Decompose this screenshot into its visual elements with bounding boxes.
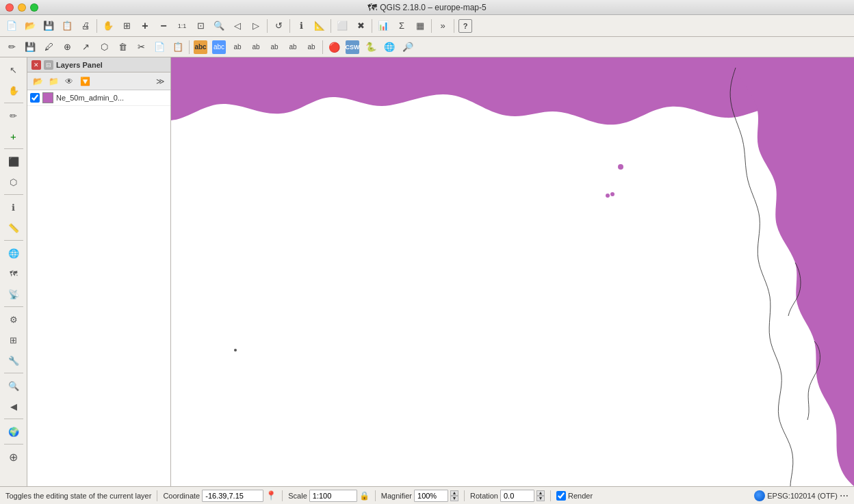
new-icon: 📄: [5, 19, 18, 33]
magnifier-spinner[interactable]: ▲ ▼: [450, 490, 458, 501]
add-ring-button[interactable]: ⊕: [58, 38, 76, 56]
add-feat-button[interactable]: +: [3, 127, 24, 146]
python-button[interactable]: 🐍: [362, 38, 380, 56]
add-group-tool[interactable]: 📁: [46, 74, 61, 89]
label-tool-2[interactable]: ab: [247, 38, 265, 56]
csw-button[interactable]: CSW: [344, 38, 361, 56]
paste-feature-button[interactable]: 📋: [169, 38, 187, 56]
zoom-prev-button[interactable]: ◁: [229, 17, 246, 35]
deselect-button[interactable]: ✖: [352, 17, 370, 35]
field-calc-button[interactable]: ▦: [411, 17, 429, 35]
select-lasso-button[interactable]: ⬡: [3, 172, 24, 191]
more-tools-button[interactable]: »: [434, 17, 452, 35]
label-abc-button[interactable]: abc: [192, 38, 209, 56]
rotation-input[interactable]: [500, 490, 534, 502]
rotation-up[interactable]: ▲: [536, 490, 545, 496]
refresh-button[interactable]: ↺: [270, 17, 287, 35]
crosshair-button[interactable]: ⊕: [3, 447, 24, 466]
rotation-spinner[interactable]: ▲ ▼: [536, 490, 545, 501]
rotation-down[interactable]: ▼: [536, 496, 545, 501]
identify-button[interactable]: ℹ: [292, 17, 310, 35]
cut-feature-button[interactable]: ✂: [132, 38, 150, 56]
nav-back-button[interactable]: ◀: [3, 397, 24, 416]
digitize-button[interactable]: 🖊: [40, 38, 57, 56]
minimize-button[interactable]: [18, 3, 26, 12]
magnifier-down[interactable]: ▼: [450, 496, 458, 501]
print-button[interactable]: 🖨: [77, 17, 94, 35]
pan-button[interactable]: ✋: [99, 17, 117, 35]
select-box-button[interactable]: ⬛: [3, 152, 24, 171]
layers-list: Ne_50m_admin_0...: [27, 90, 170, 486]
open-layer-tool[interactable]: 📂: [30, 74, 45, 89]
maximize-button[interactable]: [30, 3, 38, 12]
measure-button[interactable]: 📐: [311, 17, 328, 35]
add-wfs-button[interactable]: 📡: [3, 284, 24, 304]
add-wms-button[interactable]: 🗺: [3, 264, 24, 283]
zoom-selection-button[interactable]: 🔍: [210, 17, 228, 35]
coordinate-input[interactable]: [202, 490, 263, 502]
globe-left-button[interactable]: 🌍: [3, 422, 24, 441]
zoom-layer-button[interactable]: ⊡: [192, 17, 209, 35]
plugin-tool-1[interactable]: ⚙: [3, 310, 24, 329]
save-as-button[interactable]: 📋: [58, 17, 76, 35]
style-manager-button[interactable]: 🔴: [325, 38, 343, 56]
status-text: Toggles the editing state of the current…: [5, 492, 151, 500]
label-t1-icon: ab: [231, 40, 244, 54]
render-checkbox[interactable]: [556, 491, 566, 501]
metasearch-button[interactable]: 🔎: [399, 38, 417, 56]
label-tool-1[interactable]: ab: [229, 38, 246, 56]
layer-visibility-checkbox[interactable]: [30, 93, 40, 103]
zoom-in-button[interactable]: +: [136, 17, 154, 35]
move-feature-button[interactable]: ↗: [77, 38, 94, 56]
select-rect-icon: ⬜: [335, 19, 349, 33]
label-tool-3[interactable]: ab: [266, 38, 283, 56]
add-layer-button[interactable]: 🌐: [3, 243, 24, 263]
plugin-tool-2[interactable]: ⊞: [3, 330, 24, 349]
crosshair-icon: ⊕: [9, 451, 18, 464]
qgis-logo-icon: 🗺: [367, 2, 377, 13]
magnifier-up[interactable]: ▲: [450, 490, 458, 496]
attr-table-button[interactable]: 📊: [374, 17, 392, 35]
close-button[interactable]: [5, 3, 14, 12]
window-buttons: [5, 3, 38, 12]
pencil-left-button[interactable]: ✏: [3, 106, 24, 125]
save-project-button[interactable]: 💾: [40, 17, 57, 35]
toggle-editing-button[interactable]: ✏: [3, 38, 21, 56]
layers-expand-tool[interactable]: ≫: [153, 74, 168, 89]
copy-feature-button[interactable]: 📄: [151, 38, 168, 56]
more-options-icon[interactable]: ⋯: [840, 490, 849, 501]
zoom-in-left-button[interactable]: 🔍: [3, 376, 24, 395]
map-canvas[interactable]: [171, 57, 854, 486]
layers-float-button[interactable]: ⊟: [44, 60, 53, 70]
select-rect-button[interactable]: ⬜: [333, 17, 351, 35]
plugin-tool-3[interactable]: 🔧: [3, 351, 24, 370]
save-edits-button[interactable]: 💾: [21, 38, 39, 56]
filter-layer-tool[interactable]: 🔽: [77, 74, 92, 89]
magnifier-input[interactable]: [414, 490, 448, 502]
delete-feature-button[interactable]: 🗑: [114, 38, 131, 56]
stat-summary-button[interactable]: Σ: [393, 17, 411, 35]
crs-field[interactable]: EPSG:102014 (OTF) ⋯: [754, 490, 849, 501]
label-pin-button[interactable]: abc: [210, 38, 228, 56]
browser-button[interactable]: 🌐: [380, 38, 398, 56]
zoom-full-button[interactable]: ⊞: [118, 17, 135, 35]
zoom-11-button[interactable]: 1:1: [173, 17, 191, 35]
measure-left-button[interactable]: 📏: [3, 218, 24, 237]
pencil-left-icon: ✏: [10, 111, 17, 121]
scale-input[interactable]: [309, 490, 357, 502]
pan-left-button[interactable]: ✋: [3, 81, 24, 100]
select-left-button[interactable]: ↖: [3, 60, 24, 79]
layers-panel-toolbar: 📂 📁 👁 🔽 ≫: [27, 72, 170, 90]
zoom-out-button[interactable]: −: [155, 17, 172, 35]
help-button[interactable]: ?: [456, 17, 474, 35]
zoom-next-button[interactable]: ▷: [247, 17, 265, 35]
identify-left-button[interactable]: ℹ: [3, 198, 24, 217]
layer-visibility-tool[interactable]: 👁: [62, 74, 77, 89]
label-tool-4[interactable]: ab: [284, 38, 302, 56]
label-tool-5[interactable]: ab: [302, 38, 320, 56]
new-project-button[interactable]: 📄: [3, 17, 21, 35]
node-tool-button[interactable]: ⬡: [95, 38, 113, 56]
layer-item[interactable]: Ne_50m_admin_0...: [27, 90, 170, 106]
open-project-button[interactable]: 📂: [21, 17, 39, 35]
layers-close-button[interactable]: ✕: [31, 60, 41, 70]
